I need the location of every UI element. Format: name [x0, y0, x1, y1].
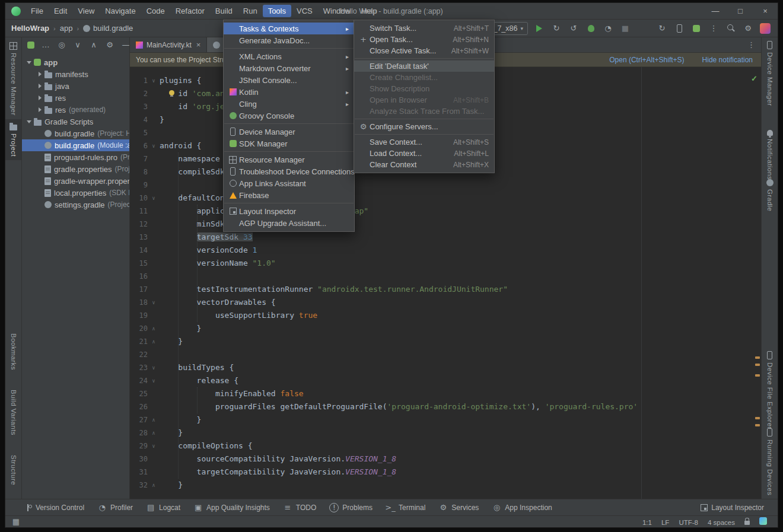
code-line[interactable]: 23∨ buildTypes {: [130, 361, 761, 374]
fold-start-icon[interactable]: ∨: [148, 361, 160, 374]
breadcrumb-app[interactable]: app: [60, 24, 73, 33]
status-lf[interactable]: LF: [657, 519, 674, 526]
code-line[interactable]: 17 testInstrumentationRunner "androidx.t…: [130, 283, 761, 296]
code-line[interactable]: 15 versionName "1.0": [130, 257, 761, 270]
window-minimize-button[interactable]: —: [703, 3, 728, 19]
menu-item-configure-servers[interactable]: ⚙Configure Servers...: [354, 121, 494, 132]
menubar-refactor[interactable]: Refactor: [170, 5, 210, 17]
breadcrumb-build-gradle[interactable]: build.gradle: [83, 24, 133, 33]
code-line[interactable]: 20∧ }: [130, 322, 761, 335]
menu-item-jshell-console[interactable]: JShell Console...: [224, 74, 354, 86]
code-line[interactable]: 13 targetSdk 33: [130, 231, 761, 244]
tree-chevron-icon[interactable]: [35, 95, 44, 100]
code-line[interactable]: 28∧ }: [130, 426, 761, 439]
tree-chevron-icon[interactable]: [35, 72, 44, 77]
android-view-button[interactable]: [27, 40, 34, 50]
menu-item-clear-context[interactable]: Clear ContextAlt+Shift+X: [354, 159, 494, 170]
tree-item-res-generated[interactable]: res(generated): [22, 104, 129, 116]
menu-item-xml-actions[interactable]: XML Actions▸: [224, 50, 354, 62]
hide-notification-link[interactable]: Hide notification: [702, 56, 753, 64]
tree-item-gradle-scripts[interactable]: Gradle Scripts: [22, 116, 129, 128]
tree-item-settings-gradle-project[interactable]: settings.gradle(Project: [22, 199, 129, 211]
code-line[interactable]: 22: [130, 348, 761, 361]
menu-item-app-links-assistant[interactable]: App Links Assistant: [224, 177, 354, 189]
profile-button[interactable]: ◔: [601, 22, 615, 35]
lock-indicator[interactable]: [740, 519, 755, 526]
settings-button[interactable]: ⚙: [105, 40, 114, 50]
tool-stripe-project[interactable]: Project: [5, 119, 21, 160]
menu-item-agp-upgrade-assistant[interactable]: AGP Upgrade Assistant...: [224, 217, 354, 229]
tool-button-layout-inspector[interactable]: Layout Inspector: [695, 501, 769, 514]
code-line[interactable]: 18∨ vectorDrawables {: [130, 296, 761, 309]
menu-item-open-task[interactable]: +Open Task...Alt+Shift+N: [354, 34, 494, 45]
open-project-structure-link[interactable]: Open (Ctrl+Alt+Shift+S): [609, 56, 684, 64]
fold-end-icon[interactable]: ∧: [148, 335, 160, 348]
fold-end-icon[interactable]: ∧: [148, 413, 160, 426]
fold-start-icon[interactable]: ∨: [148, 139, 160, 152]
collapse-all-button[interactable]: ∧: [89, 40, 98, 50]
fold-end-icon[interactable]: ∧: [148, 426, 160, 439]
settings-button[interactable]: ⚙: [741, 22, 755, 35]
breadcrumb-hellowrap[interactable]: HelloWrap: [11, 24, 49, 33]
fold-start-icon[interactable]: ∨: [148, 439, 160, 453]
fold-end-icon[interactable]: ∧: [148, 479, 160, 492]
code-line[interactable]: 25 minifyEnabled false: [130, 387, 761, 400]
avatar-button[interactable]: [759, 22, 772, 35]
menu-item-resource-manager[interactable]: Resource Manager: [224, 154, 354, 165]
menu-item-cling[interactable]: Cling▸: [224, 98, 354, 110]
tool-button-app-inspection[interactable]: ◎App Inspection: [486, 501, 557, 514]
expand-all-button[interactable]: ∨: [73, 40, 82, 50]
tool-button-services[interactable]: ⚙Services: [433, 501, 484, 514]
apply-code-changes-button[interactable]: ↺: [567, 22, 580, 35]
menu-item-kotlin[interactable]: Kotlin▸: [224, 86, 354, 98]
code-line[interactable]: 21∧ }: [130, 335, 761, 348]
code-line[interactable]: 24∨ release {: [130, 374, 761, 387]
apply-changes-button[interactable]: ↻: [550, 22, 563, 35]
fold-end-icon[interactable]: ∧: [148, 322, 160, 335]
code-line[interactable]: 26 proguardFiles getDefaultProguardFile(…: [130, 400, 761, 413]
sdk-button[interactable]: [690, 22, 703, 35]
tool-button-problems[interactable]: !Problems: [324, 501, 378, 514]
menu-item-switch-task[interactable]: Switch Task...Alt+Shift+T: [354, 23, 494, 34]
menu-item-save-context[interactable]: Save Context...Alt+Shift+S: [354, 136, 494, 148]
tree-item-gradle-properties-proje[interactable]: gradle.properties(Proje: [22, 163, 129, 175]
fold-start-icon[interactable]: ∨: [148, 192, 160, 205]
tree-item-manifests[interactable]: manifests: [22, 68, 129, 80]
menu-item-close-active-task[interactable]: Close Active Task...Alt+Shift+W: [354, 45, 494, 56]
code-line[interactable]: 32∧ }: [130, 479, 761, 492]
menubar-code[interactable]: Code: [141, 5, 170, 17]
tree-item-build-gradle-project-he[interactable]: build.gradle(Project: He: [22, 128, 129, 139]
menu-item-groovy-console[interactable]: Groovy Console: [224, 110, 354, 122]
sync-button[interactable]: ↻: [655, 22, 669, 35]
tool-stripe-device-manager[interactable]: Device Manager: [762, 37, 778, 110]
search-button[interactable]: [724, 22, 737, 35]
tree-item-gradle-wrapper-properti[interactable]: gradle-wrapper.properti: [22, 175, 129, 187]
locate-button[interactable]: ◎: [57, 40, 66, 50]
tool-stripe-notifications[interactable]: Notifications: [762, 125, 778, 183]
status-4-spaces[interactable]: 4 spaces: [703, 519, 740, 526]
tree-chevron-icon[interactable]: [35, 107, 44, 112]
tab-close-icon[interactable]: ×: [196, 40, 201, 49]
menu-item-sdk-manager[interactable]: SDK Manager: [224, 138, 354, 149]
code-line[interactable]: 30 sourceCompatibility JavaVersion.VERSI…: [130, 453, 761, 466]
tree-item-java[interactable]: java: [22, 80, 129, 92]
menubar-run[interactable]: Run: [238, 5, 263, 17]
tree-item-build-gradle-module-ap[interactable]: build.gradle(Module :ap: [22, 139, 129, 151]
fold-start-icon[interactable]: ∨: [148, 374, 160, 387]
tool-stripe-running-devices[interactable]: Running Devices: [762, 425, 778, 499]
tree-item-app[interactable]: app: [22, 56, 129, 68]
tool-button-profiler[interactable]: ◔Profiler: [92, 501, 138, 514]
tool-stripe-gradle[interactable]: Gradle: [762, 176, 778, 215]
inspections-ok-icon[interactable]: ✓: [751, 74, 757, 83]
tool-button-todo[interactable]: ≡TODO: [278, 501, 322, 514]
tool-button-version-control[interactable]: Version Control: [21, 501, 90, 514]
theme-indicator[interactable]: [755, 519, 772, 526]
menu-item-markdown-converter[interactable]: Markdown Converter▸: [224, 62, 354, 74]
tool-stripe-device-file-explorer[interactable]: Device File Explorer: [762, 348, 778, 433]
run-button[interactable]: [533, 22, 546, 35]
fold-start-icon[interactable]: ∨: [148, 296, 160, 309]
tree-chevron-icon[interactable]: [24, 61, 34, 64]
code-line[interactable]: 31 targetCompatibility JavaVersion.VERSI…: [130, 466, 761, 479]
stop-button[interactable]: ■: [619, 22, 632, 35]
tool-stripe-resource-manager[interactable]: Resource Manager: [5, 39, 21, 119]
